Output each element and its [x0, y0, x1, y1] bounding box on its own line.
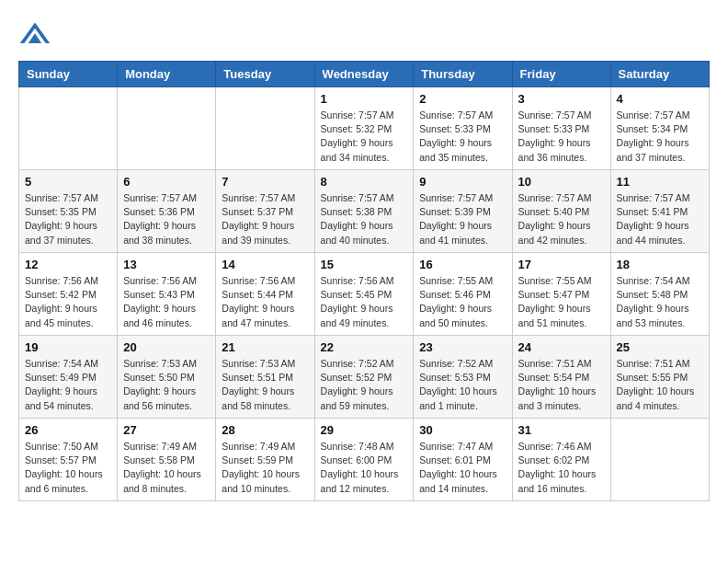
- day-info: Sunrise: 7:57 AM Sunset: 5:34 PM Dayligh…: [617, 109, 703, 165]
- logo: [18, 18, 57, 52]
- day-info: Sunrise: 7:57 AM Sunset: 5:32 PM Dayligh…: [321, 109, 408, 165]
- day-number: 22: [321, 340, 408, 354]
- day-info: Sunrise: 7:56 AM Sunset: 5:44 PM Dayligh…: [222, 274, 308, 330]
- day-header-monday: Monday: [118, 62, 216, 87]
- day-info: Sunrise: 7:57 AM Sunset: 5:36 PM Dayligh…: [123, 191, 210, 247]
- day-header-saturday: Saturday: [610, 62, 709, 87]
- day-number: 21: [222, 340, 308, 354]
- calendar-cell: [19, 87, 118, 170]
- day-info: Sunrise: 7:57 AM Sunset: 5:38 PM Dayligh…: [321, 191, 408, 247]
- day-number: 9: [419, 175, 506, 189]
- calendar-cell: 5Sunrise: 7:57 AM Sunset: 5:35 PM Daylig…: [19, 170, 118, 253]
- calendar-cell: 1Sunrise: 7:57 AM Sunset: 5:32 PM Daylig…: [314, 87, 414, 170]
- day-number: 3: [518, 92, 605, 106]
- day-number: 31: [518, 423, 605, 437]
- calendar-week-row: 19Sunrise: 7:54 AM Sunset: 5:49 PM Dayli…: [19, 336, 710, 419]
- calendar-cell: 20Sunrise: 7:53 AM Sunset: 5:50 PM Dayli…: [118, 336, 216, 419]
- calendar-cell: 15Sunrise: 7:56 AM Sunset: 5:45 PM Dayli…: [314, 253, 414, 336]
- day-info: Sunrise: 7:52 AM Sunset: 5:53 PM Dayligh…: [419, 357, 506, 413]
- day-info: Sunrise: 7:54 AM Sunset: 5:48 PM Dayligh…: [617, 274, 703, 330]
- day-number: 23: [419, 340, 506, 354]
- day-number: 4: [617, 92, 703, 106]
- calendar-week-row: 1Sunrise: 7:57 AM Sunset: 5:32 PM Daylig…: [19, 87, 710, 170]
- day-number: 1: [321, 92, 408, 106]
- day-number: 11: [617, 175, 703, 189]
- day-info: Sunrise: 7:57 AM Sunset: 5:37 PM Dayligh…: [222, 191, 308, 247]
- day-number: 27: [123, 423, 210, 437]
- calendar-cell: 9Sunrise: 7:57 AM Sunset: 5:39 PM Daylig…: [414, 170, 512, 253]
- calendar-cell: 18Sunrise: 7:54 AM Sunset: 5:48 PM Dayli…: [610, 253, 709, 336]
- day-header-thursday: Thursday: [414, 62, 512, 87]
- day-number: 20: [123, 340, 210, 354]
- calendar-week-row: 12Sunrise: 7:56 AM Sunset: 5:42 PM Dayli…: [19, 253, 710, 336]
- calendar-cell: 11Sunrise: 7:57 AM Sunset: 5:41 PM Dayli…: [610, 170, 709, 253]
- day-info: Sunrise: 7:52 AM Sunset: 5:52 PM Dayligh…: [321, 357, 408, 413]
- calendar-cell: 31Sunrise: 7:46 AM Sunset: 6:02 PM Dayli…: [512, 419, 610, 501]
- calendar-cell: 22Sunrise: 7:52 AM Sunset: 5:52 PM Dayli…: [314, 336, 414, 419]
- day-info: Sunrise: 7:53 AM Sunset: 5:50 PM Dayligh…: [123, 357, 210, 413]
- calendar-cell: 12Sunrise: 7:56 AM Sunset: 5:42 PM Dayli…: [19, 253, 118, 336]
- day-number: 19: [25, 340, 111, 354]
- day-info: Sunrise: 7:55 AM Sunset: 5:47 PM Dayligh…: [518, 274, 605, 330]
- day-header-friday: Friday: [512, 62, 610, 87]
- calendar-cell: 17Sunrise: 7:55 AM Sunset: 5:47 PM Dayli…: [512, 253, 610, 336]
- day-number: 29: [321, 423, 408, 437]
- calendar-cell: 14Sunrise: 7:56 AM Sunset: 5:44 PM Dayli…: [216, 253, 314, 336]
- calendar-cell: [216, 87, 314, 170]
- day-info: Sunrise: 7:57 AM Sunset: 5:39 PM Dayligh…: [419, 191, 506, 247]
- day-info: Sunrise: 7:57 AM Sunset: 5:41 PM Dayligh…: [617, 191, 703, 247]
- day-info: Sunrise: 7:46 AM Sunset: 6:02 PM Dayligh…: [518, 440, 605, 496]
- day-number: 30: [419, 423, 506, 437]
- day-info: Sunrise: 7:56 AM Sunset: 5:45 PM Dayligh…: [321, 274, 408, 330]
- day-number: 7: [222, 175, 308, 189]
- day-info: Sunrise: 7:57 AM Sunset: 5:33 PM Dayligh…: [419, 109, 506, 165]
- calendar-week-row: 26Sunrise: 7:50 AM Sunset: 5:57 PM Dayli…: [19, 419, 710, 501]
- day-info: Sunrise: 7:51 AM Sunset: 5:54 PM Dayligh…: [518, 357, 605, 413]
- day-number: 24: [518, 340, 605, 354]
- day-info: Sunrise: 7:49 AM Sunset: 5:58 PM Dayligh…: [123, 440, 210, 496]
- day-info: Sunrise: 7:50 AM Sunset: 5:57 PM Dayligh…: [25, 440, 111, 496]
- calendar-cell: 3Sunrise: 7:57 AM Sunset: 5:33 PM Daylig…: [512, 87, 610, 170]
- day-number: 28: [222, 423, 308, 437]
- calendar-cell: 24Sunrise: 7:51 AM Sunset: 5:54 PM Dayli…: [512, 336, 610, 419]
- calendar-cell: [610, 419, 709, 501]
- day-number: 13: [123, 258, 210, 271]
- day-info: Sunrise: 7:56 AM Sunset: 5:42 PM Dayligh…: [25, 274, 111, 330]
- day-info: Sunrise: 7:49 AM Sunset: 5:59 PM Dayligh…: [222, 440, 308, 496]
- day-number: 18: [617, 258, 703, 271]
- calendar-cell: 21Sunrise: 7:53 AM Sunset: 5:51 PM Dayli…: [216, 336, 314, 419]
- calendar-cell: [118, 87, 216, 170]
- day-number: 8: [321, 175, 408, 189]
- calendar-cell: 16Sunrise: 7:55 AM Sunset: 5:46 PM Dayli…: [414, 253, 512, 336]
- calendar-cell: 29Sunrise: 7:48 AM Sunset: 6:00 PM Dayli…: [314, 419, 414, 501]
- day-info: Sunrise: 7:54 AM Sunset: 5:49 PM Dayligh…: [25, 357, 111, 413]
- day-header-sunday: Sunday: [19, 62, 118, 87]
- day-number: 6: [123, 175, 210, 189]
- day-number: 25: [617, 340, 703, 354]
- day-number: 14: [222, 258, 308, 271]
- day-info: Sunrise: 7:51 AM Sunset: 5:55 PM Dayligh…: [617, 357, 703, 413]
- day-info: Sunrise: 7:56 AM Sunset: 5:43 PM Dayligh…: [123, 274, 210, 330]
- day-number: 2: [419, 92, 506, 106]
- day-info: Sunrise: 7:48 AM Sunset: 6:00 PM Dayligh…: [321, 440, 408, 496]
- day-number: 16: [419, 258, 506, 271]
- calendar-cell: 19Sunrise: 7:54 AM Sunset: 5:49 PM Dayli…: [19, 336, 118, 419]
- calendar-cell: 6Sunrise: 7:57 AM Sunset: 5:36 PM Daylig…: [118, 170, 216, 253]
- day-info: Sunrise: 7:57 AM Sunset: 5:35 PM Dayligh…: [25, 191, 111, 247]
- day-header-wednesday: Wednesday: [314, 62, 414, 87]
- calendar-table: SundayMondayTuesdayWednesdayThursdayFrid…: [18, 61, 710, 501]
- calendar-cell: 28Sunrise: 7:49 AM Sunset: 5:59 PM Dayli…: [216, 419, 314, 501]
- calendar-cell: 4Sunrise: 7:57 AM Sunset: 5:34 PM Daylig…: [610, 87, 709, 170]
- calendar-cell: 10Sunrise: 7:57 AM Sunset: 5:40 PM Dayli…: [512, 170, 610, 253]
- day-info: Sunrise: 7:57 AM Sunset: 5:40 PM Dayligh…: [518, 191, 605, 247]
- calendar-header-row: SundayMondayTuesdayWednesdayThursdayFrid…: [19, 62, 710, 87]
- day-number: 26: [25, 423, 111, 437]
- calendar-cell: 23Sunrise: 7:52 AM Sunset: 5:53 PM Dayli…: [414, 336, 512, 419]
- calendar-cell: 7Sunrise: 7:57 AM Sunset: 5:37 PM Daylig…: [216, 170, 314, 253]
- page-header: [18, 18, 710, 52]
- calendar-cell: 26Sunrise: 7:50 AM Sunset: 5:57 PM Dayli…: [19, 419, 118, 501]
- day-number: 17: [518, 258, 605, 271]
- calendar-cell: 13Sunrise: 7:56 AM Sunset: 5:43 PM Dayli…: [118, 253, 216, 336]
- day-number: 15: [321, 258, 408, 271]
- calendar-cell: 25Sunrise: 7:51 AM Sunset: 5:55 PM Dayli…: [610, 336, 709, 419]
